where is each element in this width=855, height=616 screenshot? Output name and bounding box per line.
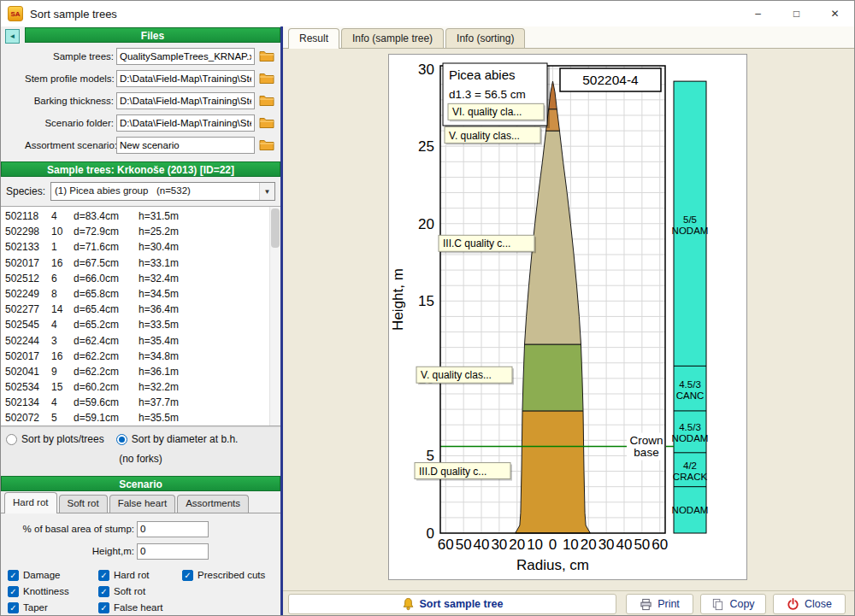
file-field-row: Stem profile models: (25, 70, 277, 87)
checkbox-label: Knottiness (23, 586, 69, 596)
scenario-tab-false-heart[interactable]: False heart (109, 495, 176, 513)
radio-sort-by-plots-trees[interactable]: Sort by plots/trees (6, 433, 104, 445)
tree-cell: 4 (51, 317, 74, 332)
tree-cell: d=62.4cm (74, 333, 139, 349)
tree-cell: d=72.9cm (74, 224, 139, 239)
svg-text:d1.3 = 56.5 cm: d1.3 = 56.5 cm (449, 88, 526, 101)
sort-options: Sort by plots/treesSort by diameter at b… (6, 433, 275, 445)
field-input-assortment-scenario[interactable] (116, 137, 255, 154)
tree-cell: d=66.0cm (74, 271, 139, 286)
tree-list-item[interactable]: 5021344d=59.6cmh=37.7m (5, 395, 268, 410)
tree-list-item[interactable]: 5020725d=59.1cmh=35.5m (5, 410, 268, 425)
field-input-height-m[interactable] (137, 543, 209, 560)
tree-cell: d=83.4cm (74, 208, 139, 224)
field-label-scenario-folder: Scenario folder: (25, 118, 114, 128)
tree-list-item[interactable]: 5021184d=83.4cmh=31.5m (5, 208, 268, 224)
tree-cell: 15 (51, 379, 74, 395)
tree-list-scrollbar[interactable] (269, 207, 280, 425)
tree-cell: 502244 (5, 333, 51, 349)
sample-trees-header: Sample trees: Krkonoše (2013) [ID=22] (1, 161, 280, 177)
stem-profile-chart-box: 5/5NODAM4.5/3CANC4.5/3NODAM4/2CRACKNODAM… (388, 54, 747, 580)
close-window-button[interactable]: ✕ (816, 1, 854, 26)
field-input-sample-trees[interactable] (116, 48, 255, 65)
main-area: ◄ Files Sample trees:Stem profile models… (1, 26, 854, 616)
svg-text:0: 0 (427, 525, 434, 542)
close-button[interactable]: Close (773, 594, 846, 614)
scenario-tab-hard-rot[interactable]: Hard rot (4, 492, 57, 513)
checkbox-false-heart[interactable]: ✓False heart (98, 600, 182, 615)
tree-cell: 502133 (5, 239, 51, 255)
browse-button-sample-trees[interactable] (256, 49, 277, 64)
maximize-button[interactable]: □ (777, 1, 816, 26)
tree-list-item[interactable]: 50227714d=65.4cmh=36.4m (5, 302, 268, 317)
tree-cell: d=67.5cm (74, 255, 139, 271)
sort-sample-tree-button[interactable]: Sort sample tree (288, 594, 616, 614)
tree-cell: h=31.5m (139, 208, 198, 224)
tree-list-item[interactable]: 5022443d=62.4cmh=35.4m (5, 333, 268, 349)
species-dropdown[interactable]: (1) Picea abies group (n=532) ▼ (50, 182, 275, 201)
field-input-scenario-folder[interactable] (116, 114, 255, 132)
checkbox-hard-rot[interactable]: ✓Hard rot (98, 567, 182, 583)
svg-text:50: 50 (634, 537, 650, 553)
file-field-row: Scenario folder: (25, 114, 277, 132)
tree-cell: d=59.1cm (74, 410, 139, 425)
svg-text:V. quality clas...: V. quality clas... (449, 130, 520, 142)
left-panel: ◄ Files Sample trees:Stem profile models… (1, 26, 280, 616)
svg-text:40: 40 (616, 537, 633, 553)
browse-button-stem-profile-models[interactable] (256, 71, 277, 86)
tree-cell: d=60.2cm (74, 379, 139, 395)
tree-cell: 10 (51, 224, 74, 239)
tree-cell: 4 (51, 395, 74, 410)
tree-list-item[interactable]: 50201716d=62.2cmh=34.8m (5, 349, 268, 364)
checkbox-icon: ✓ (8, 570, 19, 581)
tree-cell: d=62.2cm (74, 349, 139, 364)
svg-text:4/2: 4/2 (683, 461, 697, 471)
tree-list-item[interactable]: 5025454d=65.2cmh=33.5m (5, 317, 268, 332)
folder-icon (259, 72, 274, 84)
svg-text:NODAM: NODAM (672, 433, 709, 443)
tree-list-item[interactable]: 5022498d=65.8cmh=34.5m (5, 286, 268, 302)
print-button[interactable]: Print (626, 594, 693, 614)
tree-cell: h=34.8m (139, 349, 198, 364)
scenario-field-row: % of basal area of stump: (1, 520, 280, 537)
radio-icon (6, 434, 17, 445)
radio-icon (116, 434, 127, 445)
tree-cell: 16 (51, 349, 74, 364)
tree-list-item[interactable]: 5021331d=71.6cmh=30.4m (5, 239, 268, 255)
copy-button[interactable]: Copy (700, 594, 766, 614)
tree-list-item[interactable]: 50229810d=72.9cmh=25.2m (5, 224, 268, 239)
tree-list-item[interactable]: 5025126d=66.0cmh=32.4m (5, 271, 268, 286)
tab-info-sorting[interactable]: Info (sorting) (445, 28, 525, 48)
browse-button-scenario-folder[interactable] (256, 115, 277, 131)
radio-sort-by-diameter-at-b-h[interactable]: Sort by diameter at b.h. (116, 433, 239, 445)
tree-cell: 16 (51, 255, 74, 271)
checkbox-taper[interactable]: ✓Taper (8, 600, 98, 615)
collapse-panel-button[interactable]: ◄ (5, 29, 20, 44)
tree-list-item[interactable]: 50201716d=67.5cmh=33.1m (5, 255, 268, 271)
checkbox-icon: ✓ (182, 570, 193, 581)
minimize-button[interactable]: – (739, 1, 777, 26)
scenario-field-row: Height,m: (1, 543, 280, 560)
field-input-stem-profile-models[interactable] (116, 70, 255, 87)
checkbox-soft-rot[interactable]: ✓Soft rot (98, 584, 182, 599)
tab-result[interactable]: Result (288, 28, 339, 49)
tree-cell: h=32.2m (139, 379, 198, 395)
scenario-tab-assortments[interactable]: Assortments (177, 495, 249, 513)
chevron-down-icon[interactable]: ▼ (259, 183, 274, 200)
field-input-barking-thickness[interactable] (116, 92, 255, 109)
checkbox-knottiness[interactable]: ✓Knottiness (8, 584, 98, 599)
svg-text:CRACK: CRACK (673, 472, 708, 482)
tree-list-item[interactable]: 5020419d=62.2cmh=36.1m (5, 364, 268, 379)
checkbox-damage[interactable]: ✓Damage (8, 567, 98, 583)
svg-text:III.D quality c...: III.D quality c... (419, 466, 486, 478)
tab-info-sample-tree[interactable]: Info (sample tree) (341, 28, 444, 48)
svg-text:0: 0 (549, 537, 557, 553)
scenario-tab-soft-rot[interactable]: Soft rot (59, 495, 108, 513)
tree-list-item[interactable]: 50253415d=60.2cmh=32.2m (5, 379, 268, 395)
checkbox-prescribed-cuts[interactable]: ✓Prescribed cuts (182, 567, 265, 583)
browse-button-assortment-scenario[interactable] (256, 138, 277, 153)
browse-button-barking-thickness[interactable] (256, 93, 277, 109)
sort-button-label: Sort sample tree (420, 598, 504, 610)
scrollbar-thumb[interactable] (271, 208, 280, 248)
field-input-of-basal-area-of-stump[interactable] (137, 521, 209, 537)
